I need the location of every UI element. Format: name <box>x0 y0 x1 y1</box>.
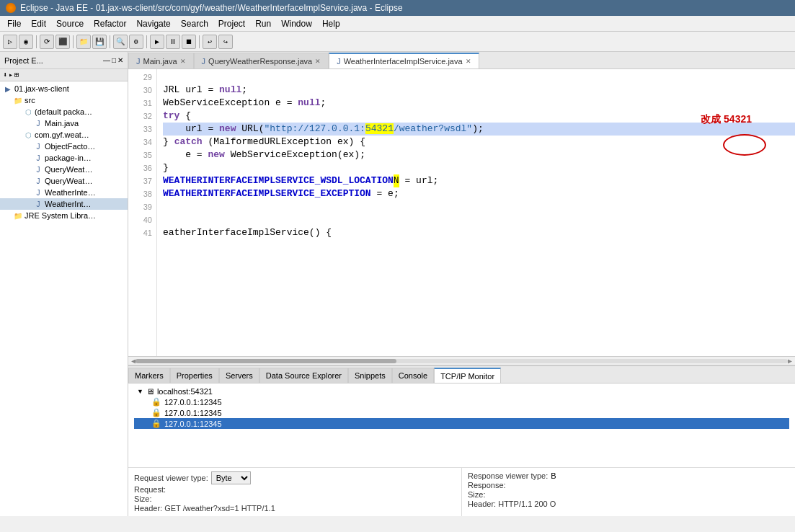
tree-item-label: WeatherInte… <box>45 188 96 197</box>
pe-close[interactable]: ✕ <box>117 56 123 64</box>
editor-tab[interactable]: JWeatherInterfaceImplService.java✕ <box>329 53 479 68</box>
toolbar-btn-9[interactable]: ▶ <box>150 35 164 49</box>
tab-close[interactable]: ✕ <box>315 58 321 65</box>
code-content[interactable]: JRL url = null;WebServiceException e = n… <box>157 69 795 356</box>
tree-item[interactable]: JObjectFacto… <box>0 141 128 152</box>
bottom-tab[interactable]: Snippets <box>348 368 392 383</box>
tcp-node-label: localhost:54321 <box>157 387 213 396</box>
scroll-right-arrow[interactable]: ▶ <box>788 357 792 365</box>
menu-item-help[interactable]: Help <box>318 17 345 30</box>
tree-item[interactable]: JWeatherInt… <box>0 198 128 210</box>
request-size-row: Size: <box>134 495 456 503</box>
tree-item[interactable]: JMain.java <box>0 118 128 129</box>
bottom-tab[interactable]: Properties <box>170 368 219 383</box>
code-line <box>163 200 795 213</box>
line-number: 34 <box>128 136 152 148</box>
editor-tab[interactable]: JMain.java✕ <box>128 53 194 68</box>
editor-area: JMain.java✕JQueryWeatherResponse.java✕JW… <box>128 52 795 365</box>
tcp-node[interactable]: ▼🖥localhost:54321 <box>134 386 789 396</box>
menu-item-refactor[interactable]: Refactor <box>89 17 130 30</box>
menu-item-file[interactable]: File <box>3 17 25 30</box>
tree-item-label: com.gyf.weat… <box>35 130 89 139</box>
pe-tool-1[interactable]: ⬇ <box>3 71 7 79</box>
pe-minimize[interactable]: — <box>103 56 110 64</box>
tcp-node[interactable]: 🔒127.0.0.1:12345 <box>134 396 789 407</box>
tree-item[interactable]: JQueryWeat… <box>0 164 128 175</box>
line-number: 36 <box>128 161 152 174</box>
tcp-node[interactable]: 🔒127.0.0.1:12345 <box>134 407 789 418</box>
scroll-track[interactable] <box>136 359 788 363</box>
pe-maximize[interactable]: □ <box>112 56 116 64</box>
menu-item-source[interactable]: Source <box>52 17 88 30</box>
tree-item-label: WeatherInt… <box>45 200 92 208</box>
toolbar-btn-10[interactable]: ⏸ <box>166 35 180 49</box>
tab-close[interactable]: ✕ <box>180 58 186 65</box>
bottom-tab[interactable]: TCP/IP Monitor <box>434 368 501 383</box>
menu-item-navigate[interactable]: Navigate <box>132 17 174 30</box>
response-label: Response: <box>468 481 506 489</box>
toolbar-btn-11[interactable]: ⏹ <box>182 35 196 49</box>
response-type-row: Response viewer type: B <box>468 471 789 480</box>
file-icon: J <box>202 57 206 66</box>
toolbar-sep-3 <box>110 35 110 48</box>
tree-item[interactable]: JWeatherInte… <box>0 187 128 198</box>
left-footer: Request viewer type: Byte String XML Req… <box>128 468 462 516</box>
toolbar-btn-4[interactable]: ⬛ <box>55 35 70 49</box>
code-line: eatherInterfaceImplService() { <box>163 226 795 239</box>
menu-item-edit[interactable]: Edit <box>27 17 50 30</box>
request-type-row: Request viewer type: Byte String XML <box>134 471 456 484</box>
tree-item[interactable]: ⬡com.gyf.weat… <box>0 129 128 141</box>
tcp-node[interactable]: 🔒127.0.0.1:12345 <box>134 418 789 429</box>
code-line: WEATHERINTERFACEIMPLSERVICE_WSDL_LOCATIO… <box>163 174 795 187</box>
pe-tool-2[interactable]: ▸ <box>9 71 13 79</box>
response-header-row: Header: HTTP/1.1 200 O <box>468 500 789 508</box>
request-header-row: Header: GET /weather?xsd=1 HTTP/1.1 <box>134 504 456 513</box>
tree-item-label: (default packa… <box>35 107 92 116</box>
menu-item-run[interactable]: Run <box>251 17 275 30</box>
menu-item-project[interactable]: Project <box>214 17 249 30</box>
tree-item[interactable]: ⬡(default packa… <box>0 106 128 118</box>
toolbar-btn-2[interactable]: ◉ <box>19 35 33 49</box>
toolbar-btn-8[interactable]: ⚙ <box>129 35 143 49</box>
menu-item-search[interactable]: Search <box>177 17 213 30</box>
tab-close[interactable]: ✕ <box>466 58 471 65</box>
menu-bar: FileEditSourceRefactorNavigateSearchProj… <box>0 16 795 32</box>
bottom-tab[interactable]: Servers <box>219 368 259 383</box>
tree-item[interactable]: 📁src <box>0 94 128 106</box>
tree-item[interactable]: 📁JRE System Libra… <box>0 210 128 221</box>
request-type-label: Request viewer type: <box>134 474 208 482</box>
tree-item[interactable]: Jpackage-in… <box>0 152 128 164</box>
bottom-tab[interactable]: Data Source Explorer <box>259 368 348 383</box>
line-numbers: 29303132333435363738394041 <box>128 69 157 356</box>
scroll-thumb[interactable] <box>136 359 396 363</box>
file-icon: J <box>136 57 141 66</box>
toolbar-btn-5[interactable]: 📁 <box>76 35 91 49</box>
toolbar-btn-13[interactable]: ↪ <box>218 35 233 49</box>
tab-label: Main.java <box>143 57 177 66</box>
horizontal-scrollbar[interactable]: ◀ ▶ <box>128 356 795 365</box>
pe-header: Project E... — □ ✕ <box>0 52 128 69</box>
tcp-chevron: ▼ <box>137 388 143 395</box>
tree-item-label: package-in… <box>45 154 92 162</box>
tcp-node-label: 127.0.0.1:12345 <box>164 420 222 428</box>
toolbar-btn-7[interactable]: 🔍 <box>113 35 128 49</box>
bottom-tab[interactable]: Console <box>392 368 434 383</box>
tree-item[interactable]: JQueryWeat… <box>0 175 128 187</box>
pe-title: Project E... <box>4 56 43 65</box>
line-number: 30 <box>128 84 152 97</box>
editor-tab[interactable]: JQueryWeatherResponse.java✕ <box>194 53 329 68</box>
code-editor[interactable]: 29303132333435363738394041 JRL url = nul… <box>128 69 795 356</box>
code-line <box>163 71 795 84</box>
bottom-tab[interactable]: Markers <box>128 368 170 383</box>
menu-item-window[interactable]: Window <box>277 17 316 30</box>
pe-tool-3[interactable]: ⊞ <box>14 71 19 79</box>
toolbar-btn-12[interactable]: ↩ <box>203 35 217 49</box>
request-type-select[interactable]: Byte String XML <box>211 471 251 484</box>
toolbar-btn-3[interactable]: ⟳ <box>40 35 54 49</box>
code-line: WEATHERINTERFACEIMPLSERVICE_EXCEPTION = … <box>163 187 795 200</box>
tcp-tree: ▼🖥localhost:54321🔒127.0.0.1:12345🔒127.0.… <box>128 384 795 467</box>
tree-item[interactable]: ▶01.jax-ws-client <box>0 83 128 94</box>
toolbar-btn-6[interactable]: 💾 <box>92 35 107 49</box>
toolbar-btn-1[interactable]: ▷ <box>3 35 17 49</box>
request-row: Request: <box>134 485 456 494</box>
